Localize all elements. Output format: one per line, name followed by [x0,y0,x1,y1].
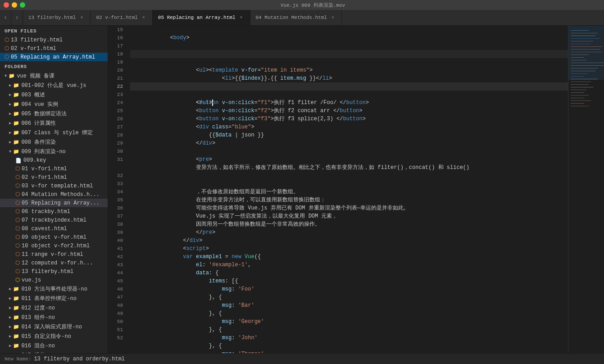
sidebar-folder-006[interactable]: ▶ 📁 006 计算属性 [0,118,108,128]
code-line-35: 因而用另一个数组替换数组是一个非常高效的操作。 [130,212,568,220]
tab-mutation-methods-close[interactable]: × [330,14,336,21]
bottom-bar-input[interactable] [34,356,169,362]
sidebar-file-07trackbyindex[interactable]: ⬡ 07 trackbyindex.html [0,216,108,224]
sidebar-file-04mutation[interactable]: ⬡ 04 Mutation Methods.h... [0,190,108,199]
traffic-light-yellow[interactable] [12,2,17,8]
svg-rect-21 [571,82,591,82]
tab-mutation-methods[interactable]: 04 Mutation Methods.html × [250,10,342,25]
sidebar-folder-015[interactable]: ▶ 📁 015 自定义指令-no [0,332,108,341]
sidebar-folder-011[interactable]: ▶ 📁 011 表单控件绑定-no [0,294,108,303]
sidebar-folder-003[interactable]: ▶ 📁 003 概述 [0,90,108,100]
bottom-bar: New Name: [0,353,604,364]
tab-replacing-array-close[interactable]: × [238,14,245,21]
folder-icon-010: 📁 [13,286,19,292]
sidebar-folder-010[interactable]: ▶ 📁 010 方法与事件处理器-no [0,284,108,294]
tab-replacing-array[interactable]: 05 Replacing an Array.html × [153,10,250,25]
sidebar-folder-012[interactable]: ▶ 📁 012 过度-no [0,303,108,313]
sidebar-file-01vfor-label: 01 v-for1.html [22,166,67,172]
sidebar-file-06trackby-label: 06 trackby.html [22,209,70,215]
sidebar-folder-009[interactable]: ▼ 📁 009 列表渲染-no [0,147,108,156]
sidebar-folder-004-label: 004 vue 实例 [21,100,58,108]
sidebar-folder-016-label: 016 混合-no [21,342,54,350]
svg-rect-2 [571,30,589,31]
sidebar-item-vfor1[interactable]: ⬡ 02 v-for1.html [0,44,108,53]
arrow-right-014: ▶ [9,324,11,329]
sidebar-folder-015-label: 015 自定义指令-no [21,332,71,340]
ln-42: 42 [108,253,123,261]
code-line-50: }, { [130,334,568,342]
svg-rect-1 [568,26,604,80]
sidebar-item-replacing-label: 05 Replacing an Array.html [11,54,95,60]
sidebar-file-09object-label: 09 object v-for.html [22,234,86,241]
arrow-right-004: ▶ [9,102,11,107]
sidebar-folder-001[interactable]: ▶ 📁 001-002 什么是 vue.js [0,81,108,90]
arrow-right-003: ▶ [9,92,11,97]
tab-vfor1[interactable]: 02 v-for1.html × [91,10,152,25]
sidebar-file-06trackby[interactable]: ⬡ 06 trackby.html [0,207,108,216]
sidebar-file-vuejs[interactable]: ⬡ vue.js [0,276,108,284]
sidebar-folder-013[interactable]: ▶ 📁 013 组件-no [0,313,108,322]
folders-header: FOLDERS [0,61,108,71]
svg-rect-7 [571,44,591,44]
sidebar-file-05replacing-label: 05 Replacing an Array... [22,200,100,206]
svg-rect-19 [571,76,584,77]
sidebar-file-12computed[interactable]: ⬡ 12 computed v-for.h... [0,259,108,267]
file-icon-06trackby: ⬡ [15,208,20,215]
ln-31b [108,164,123,172]
code-line-34: Vue.js 实现了一些启发算法，以最大化复用 DOM 元素， [130,204,568,212]
ln-38: 38 [108,220,123,228]
ln-16: 16 [108,34,123,42]
tab-nav-back[interactable]: ‹ [0,10,11,25]
tab-filterby-close[interactable]: × [78,14,85,21]
sidebar-folder-007[interactable]: ▶ 📁 007 class 与 style 绑定 [0,128,108,137]
tab-filterby[interactable]: 13 filterby.html × [23,10,91,25]
code-line-44: }, { [130,285,568,293]
svg-rect-20 [571,79,598,79]
sidebar-file-13filterby[interactable]: ⬡ 13 filterby.html [0,267,108,276]
traffic-light-red[interactable] [4,2,9,8]
sidebar-item-replacing-array[interactable]: ⬡ 05 Replacing an Array.html [0,53,108,61]
sidebar-folder-005[interactable]: ▶ 📁 005 数据绑定语法 [0,109,108,118]
folder-icon-015: 📁 [13,333,19,339]
sidebar-folder-root-label: vue 视频 备课 [17,72,54,80]
sidebar-file-05replacing[interactable]: ⬡ 05 Replacing an Array... [0,199,108,207]
sidebar-file-11range[interactable]: ⬡ 11 range v-for.html [0,250,108,259]
sidebar-file-10object[interactable]: ⬡ 10 object v-for2.html [0,241,108,250]
code-line-23: <button v-on:click="f1">执行 f1 filter /Fo… [130,91,568,99]
sidebar-folder-008[interactable]: ▶ 📁 008 条件渲染 [0,137,108,147]
traffic-light-green[interactable] [20,2,25,8]
ln-20: 20 [108,66,123,74]
code-line-48: }, { [130,318,568,326]
sidebar-folder-004[interactable]: ▶ 📁 004 vue 实例 [0,100,108,109]
sidebar-folder-013-label: 013 组件-no [21,314,54,321]
sidebar-file-02vfor[interactable]: ⬡ 02 v-for1.html [0,173,108,182]
svg-rect-15 [571,65,604,66]
sidebar-file-03vfor[interactable]: ⬡ 03 v-for template.html [0,182,108,190]
sidebar-file-009key[interactable]: 📄 009.key [0,156,108,164]
sidebar-folder-root[interactable]: ▼ 📁 vue 视频 备课 [0,71,108,81]
ln-29: 29 [108,139,123,147]
editor-main[interactable]: 15 16 17 18 19 20 21 22 23 24 25 26 27 2… [108,26,604,353]
sidebar-folder-016[interactable]: ▶ 📁 016 混合-no [0,341,108,350]
file-icon-05replacing: ⬡ [15,200,20,206]
sidebar-item-filterby[interactable]: ⬡ 13 filterby.html [0,36,108,44]
folder-icon-007: 📁 [13,130,19,136]
svg-rect-22 [571,84,589,85]
ln-21: 21 [108,74,123,82]
sidebar-file-01vfor[interactable]: ⬡ 01 v-for1.html [0,164,108,173]
sidebar-file-07trackby-label: 07 trackbyindex.html [22,217,86,223]
sidebar-file-08cavest[interactable]: ⬡ 08 cavest.html [0,224,108,233]
code-line-51: msg: 'Thomas' [130,342,568,350]
tab-nav-forward[interactable]: › [11,10,23,25]
svg-rect-17 [571,71,595,71]
sidebar-folder-014[interactable]: ▶ 📁 014 深入响应式原理-no [0,322,108,332]
code-line-19: <template v-for="item in items"> [130,58,568,66]
code-line-22: ▶ </ul> [130,82,568,91]
svg-rect-13 [571,60,586,60]
ln-41: 41 [108,245,123,253]
tab-vfor1-close[interactable]: × [141,14,147,21]
sidebar-file-09object[interactable]: ⬡ 09 object v-for.html [0,233,108,241]
minimap [568,26,604,353]
ln-45: 45 [108,277,123,285]
sidebar-file-11range-label: 11 range v-for.html [22,251,83,258]
